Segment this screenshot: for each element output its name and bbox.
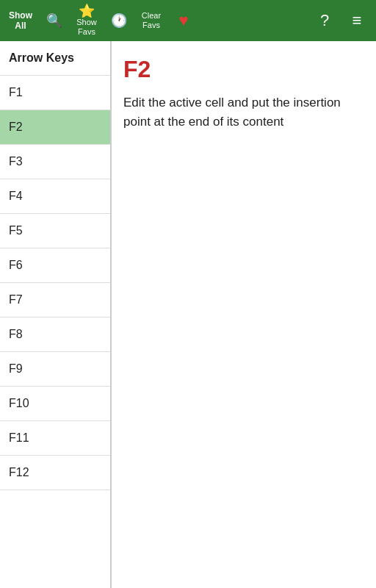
sidebar-list: Arrow KeysF1F2F3F4F5F6F7F8F9F10F11F12 [0, 41, 112, 588]
heart-button[interactable]: ♥ [167, 10, 200, 32]
show-all-label: Show All [9, 10, 32, 32]
sidebar-item-f3[interactable]: F3 [0, 145, 110, 179]
clear-favs-button[interactable]: Clear Favs [135, 8, 167, 33]
heart-icon: ♥ [178, 12, 188, 29]
help-icon: ? [320, 12, 329, 29]
detail-title: F2 [123, 56, 364, 83]
star-icon: ⭐ [79, 4, 95, 18]
history-icon: 🕐 [111, 14, 127, 27]
sidebar-item-f5[interactable]: F5 [0, 214, 110, 248]
menu-button[interactable]: ≡ [341, 10, 373, 32]
search-icon: 🔍 [46, 14, 62, 27]
show-favs-button[interactable]: ⭐ Show Favs [70, 1, 103, 40]
sidebar-item-f7[interactable]: F7 [0, 283, 110, 318]
history-button[interactable]: 🕐 [103, 11, 135, 30]
sidebar-item-f12[interactable]: F12 [0, 456, 110, 490]
sidebar-item-arrow-keys[interactable]: Arrow Keys [0, 41, 110, 76]
help-button[interactable]: ? [308, 10, 341, 32]
sidebar-item-f8[interactable]: F8 [0, 318, 110, 352]
sidebar-item-f9[interactable]: F9 [0, 352, 110, 387]
detail-panel: F2 Edit the active cell and put the inse… [112, 41, 376, 588]
detail-description: Edit the active cell and put the inserti… [123, 93, 364, 131]
show-all-button[interactable]: Show All [3, 7, 38, 35]
sidebar-item-f6[interactable]: F6 [0, 248, 110, 283]
clear-favs-label: Clear Favs [142, 11, 161, 30]
menu-icon: ≡ [352, 12, 362, 29]
sidebar-item-f2[interactable]: F2 [0, 110, 110, 145]
sidebar-item-f4[interactable]: F4 [0, 179, 110, 214]
show-favs-label: Show Favs [76, 18, 97, 37]
sidebar-item-f11[interactable]: F11 [0, 421, 110, 456]
toolbar: Show All 🔍 ⭐ Show Favs 🕐 Clear Favs ♥ ? … [0, 0, 376, 41]
content-area: Arrow KeysF1F2F3F4F5F6F7F8F9F10F11F12 F2… [0, 41, 376, 588]
sidebar-item-f10[interactable]: F10 [0, 387, 110, 421]
sidebar-item-f1[interactable]: F1 [0, 76, 110, 110]
search-button[interactable]: 🔍 [38, 11, 70, 30]
